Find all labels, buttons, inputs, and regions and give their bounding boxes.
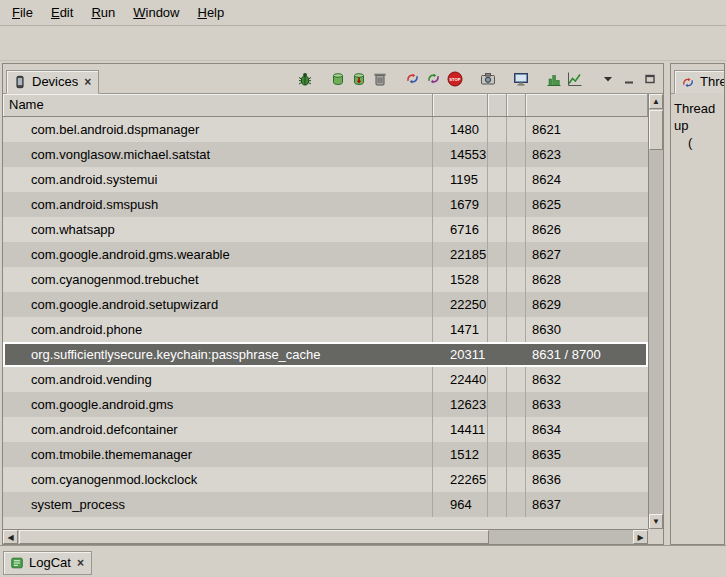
empty-cell-2 [507, 117, 526, 142]
cause-gc-icon[interactable] [369, 68, 390, 89]
process-row[interactable]: com.bel.android.dspmanager 1480 8621 [3, 117, 648, 142]
update-heap-icon[interactable] [327, 68, 348, 89]
logcat-tab[interactable]: LogCat × [3, 551, 92, 575]
main-toolbar [0, 26, 726, 61]
bottom-bar: LogCat × [0, 545, 726, 577]
process-pid: 22265 [433, 467, 488, 492]
vertical-scrollbar[interactable]: ▲ ▼ [648, 94, 663, 529]
process-port: 8634 [526, 417, 648, 442]
maximize-icon[interactable] [639, 68, 660, 89]
horizontal-scroll-thumb[interactable] [19, 530, 489, 544]
threads-message: Thread up ( [671, 94, 724, 157]
process-port: 8623 [526, 142, 648, 167]
process-port: 8632 [526, 367, 648, 392]
column-header-name[interactable]: Name [3, 94, 433, 116]
threads-view-header: Threads [671, 64, 724, 94]
process-table-header: Name [3, 94, 648, 117]
empty-cell-1 [488, 167, 507, 192]
column-header-pid[interactable] [433, 94, 488, 116]
menu-help[interactable]: Help [188, 1, 233, 24]
menu-edit[interactable]: Edit [42, 1, 82, 24]
process-row[interactable]: com.android.vending 22440 8632 [3, 367, 648, 392]
process-name: com.android.defcontainer [3, 417, 433, 442]
process-row[interactable]: org.sufficientlysecure.keychain:passphra… [3, 342, 648, 367]
logcat-tab-close-icon[interactable]: × [76, 556, 85, 570]
scroll-down-icon[interactable]: ▼ [649, 514, 663, 529]
process-pid: 14553 [433, 142, 488, 167]
empty-cell-1 [488, 417, 507, 442]
process-port: 8633 [526, 392, 648, 417]
process-port: 8635 [526, 442, 648, 467]
empty-cell-1 [488, 142, 507, 167]
threads-tab[interactable]: Threads [674, 70, 725, 94]
stop-process-icon[interactable]: STOP [444, 68, 465, 89]
scroll-right-icon[interactable]: ▶ [633, 530, 648, 544]
process-row[interactable]: com.vonglasow.michael.satstat 14553 8623 [3, 142, 648, 167]
process-row[interactable]: com.google.android.gms.wearable 22185 86… [3, 242, 648, 267]
process-port: 8624 [526, 167, 648, 192]
method-profiling-icon[interactable] [423, 68, 444, 89]
empty-cell-1 [488, 367, 507, 392]
process-row[interactable]: com.android.smspush 1679 8625 [3, 192, 648, 217]
threads-message-line1: Thread up [674, 100, 721, 134]
dump-hprof-icon[interactable] [348, 68, 369, 89]
devices-tab[interactable]: Devices × [6, 70, 99, 94]
process-row[interactable]: com.google.android.gms 12623 8633 [3, 392, 648, 417]
devices-toolbar: STOP [294, 68, 660, 89]
minimize-icon[interactable] [618, 68, 639, 89]
process-pid: 1195 [433, 167, 488, 192]
process-name: com.tmobile.thememanager [3, 442, 433, 467]
empty-cell-2 [507, 267, 526, 292]
process-row[interactable]: com.whatsapp 6716 8626 [3, 217, 648, 242]
scroll-left-icon[interactable]: ◀ [3, 530, 18, 544]
process-row[interactable]: com.cyanogenmod.trebuchet 1528 8628 [3, 267, 648, 292]
view-menu-icon[interactable] [597, 68, 618, 89]
scrollbar-corner [648, 529, 663, 544]
menu-file[interactable]: File [3, 1, 42, 24]
empty-cell-1 [488, 342, 507, 367]
empty-cell-2 [507, 467, 526, 492]
horizontal-scrollbar[interactable]: ◀ ▶ [3, 529, 648, 544]
process-port: 8637 [526, 492, 648, 517]
empty-cell-2 [507, 317, 526, 342]
process-row[interactable]: com.android.systemui 1195 8624 [3, 167, 648, 192]
column-header-empty-2[interactable] [507, 94, 526, 116]
process-row[interactable]: com.cyanogenmod.lockclock 22265 8636 [3, 467, 648, 492]
process-row[interactable]: com.tmobile.thememanager 1512 8635 [3, 442, 648, 467]
empty-cell-1 [488, 392, 507, 417]
column-header-empty-1[interactable] [488, 94, 507, 116]
vertical-scroll-thumb[interactable] [649, 110, 663, 150]
sysinfo-bars-icon[interactable] [543, 68, 564, 89]
process-row[interactable]: system_process 964 8637 [3, 492, 648, 517]
process-port: 8629 [526, 292, 648, 317]
process-row[interactable]: com.google.android.setupwizard 22250 862… [3, 292, 648, 317]
empty-cell-2 [507, 192, 526, 217]
screen-capture-icon[interactable] [477, 68, 498, 89]
threads-tab-label: Threads [700, 74, 725, 89]
sysinfo-graph-icon[interactable] [564, 68, 585, 89]
process-port: 8627 [526, 242, 648, 267]
hierarchy-view-icon[interactable] [510, 68, 531, 89]
update-threads-icon[interactable] [402, 68, 423, 89]
devices-tab-close-icon[interactable]: × [83, 75, 92, 89]
scroll-up-icon[interactable]: ▲ [649, 94, 663, 109]
empty-cell-1 [488, 492, 507, 517]
process-port: 8631 / 8700 [526, 342, 648, 367]
process-row[interactable]: com.android.phone 1471 8630 [3, 317, 648, 342]
menu-window[interactable]: Window [124, 1, 188, 24]
empty-cell-2 [507, 367, 526, 392]
column-header-port[interactable] [526, 94, 648, 116]
process-port: 8621 [526, 117, 648, 142]
process-pid: 20311 [433, 342, 488, 367]
devices-panel: Devices × STOP Name com.bel.android.dspm… [2, 63, 664, 545]
threads-panel: Threads Thread up ( [670, 63, 725, 545]
device-icon [13, 75, 27, 89]
empty-cell-1 [488, 242, 507, 267]
empty-cell-1 [488, 192, 507, 217]
threads-icon [681, 75, 695, 89]
menu-run[interactable]: Run [82, 1, 124, 24]
process-row[interactable]: com.android.defcontainer 14411 8634 [3, 417, 648, 442]
process-pid: 22250 [433, 292, 488, 317]
process-pid: 22185 [433, 242, 488, 267]
debug-process-icon[interactable] [294, 68, 315, 89]
